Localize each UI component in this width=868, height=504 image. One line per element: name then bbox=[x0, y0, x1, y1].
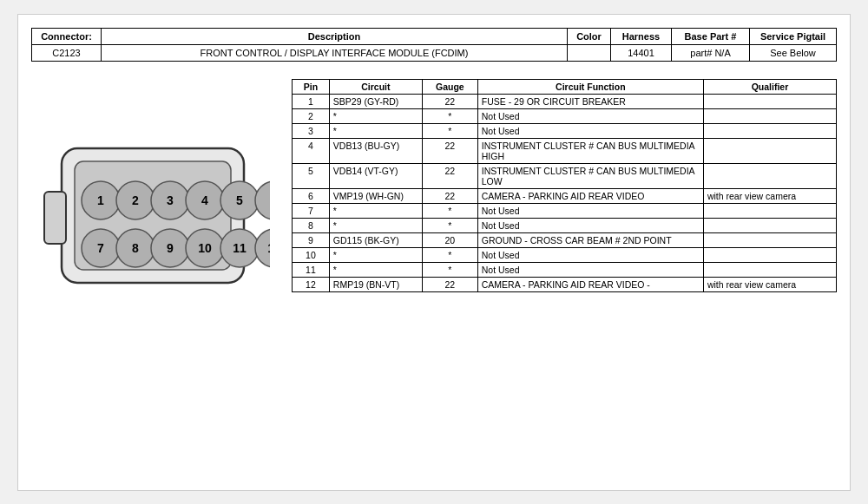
pin-number: 7 bbox=[293, 203, 330, 218]
pin-col-header: Pin bbox=[293, 79, 330, 94]
circuit-value: VDB13 (BU-GY) bbox=[329, 138, 422, 163]
gauge-col-header: Gauge bbox=[422, 79, 477, 94]
pin-number: 2 bbox=[293, 108, 330, 123]
table-row: 3**Not Used bbox=[293, 123, 837, 138]
col-header-harness: Harness bbox=[611, 28, 672, 44]
col-header-color: Color bbox=[568, 28, 611, 44]
header-row: C2123 FRONT CONTROL / DISPLAY INTERFACE … bbox=[32, 44, 837, 61]
header-connector-value: C2123 bbox=[32, 44, 102, 61]
function-value: FUSE - 29 OR CIRCUIT BREAKER bbox=[477, 94, 703, 108]
gauge-value: 22 bbox=[422, 138, 477, 163]
pin-number: 11 bbox=[293, 262, 330, 277]
svg-text:12: 12 bbox=[267, 241, 270, 255]
svg-text:2: 2 bbox=[132, 193, 139, 207]
circuit-value: * bbox=[329, 218, 422, 232]
function-value: INSTRUMENT CLUSTER # CAN BUS MULTIMEDIA … bbox=[477, 163, 703, 188]
table-row: 7**Not Used bbox=[293, 203, 837, 218]
col-header-connector: Connector: bbox=[32, 28, 102, 44]
circuit-value: * bbox=[329, 123, 422, 138]
svg-text:3: 3 bbox=[167, 193, 174, 207]
table-row: 5VDB14 (VT-GY)22INSTRUMENT CLUSTER # CAN… bbox=[293, 163, 837, 188]
qualifier-value bbox=[703, 94, 836, 108]
gauge-value: 22 bbox=[422, 188, 477, 203]
qualifier-value bbox=[703, 247, 836, 262]
gauge-value: 22 bbox=[422, 277, 477, 291]
pin-number: 5 bbox=[293, 163, 330, 188]
header-table: Connector: Description Color Harness Bas… bbox=[31, 28, 837, 62]
gauge-value: 22 bbox=[422, 163, 477, 188]
col-header-description: Description bbox=[102, 28, 568, 44]
function-value: GROUND - CROSS CAR BEAM # 2ND POINT bbox=[477, 232, 703, 247]
pin-number: 6 bbox=[293, 188, 330, 203]
pin-table-wrapper: Pin Circuit Gauge Circuit Function Quali… bbox=[292, 79, 837, 292]
table-row: 6VMP19 (WH-GN)22CAMERA - PARKING AID REA… bbox=[293, 188, 837, 203]
gauge-value: * bbox=[422, 123, 477, 138]
pin-number: 9 bbox=[293, 232, 330, 247]
connector-svg: 1 2 3 4 5 6 7 8 bbox=[36, 131, 270, 304]
circuit-value: VDB14 (VT-GY) bbox=[329, 163, 422, 188]
qualifier-value bbox=[703, 138, 836, 163]
header-harness-value: 14401 bbox=[611, 44, 672, 61]
gauge-value: * bbox=[422, 247, 477, 262]
header-color-value bbox=[568, 44, 611, 61]
col-header-servicepigtail: Service Pigtail bbox=[750, 28, 837, 44]
qualifier-value: with rear view camera bbox=[703, 188, 836, 203]
qualifier-value bbox=[703, 262, 836, 277]
pin-number: 12 bbox=[293, 277, 330, 291]
col-header-basepart: Base Part # bbox=[672, 28, 750, 44]
qualifier-value: with rear view camera bbox=[703, 277, 836, 291]
gauge-value: * bbox=[422, 203, 477, 218]
pin-number: 8 bbox=[293, 218, 330, 232]
table-row: 11**Not Used bbox=[293, 262, 837, 277]
function-value: Not Used bbox=[477, 218, 703, 232]
circuit-value: RMP19 (BN-VT) bbox=[329, 277, 422, 291]
function-col-header: Circuit Function bbox=[477, 79, 703, 94]
table-row: 1SBP29 (GY-RD)22FUSE - 29 OR CIRCUIT BRE… bbox=[293, 94, 837, 108]
svg-text:11: 11 bbox=[233, 241, 247, 255]
circuit-value: * bbox=[329, 247, 422, 262]
circuit-value: * bbox=[329, 108, 422, 123]
header-description-value: FRONT CONTROL / DISPLAY INTERFACE MODULE… bbox=[102, 44, 568, 61]
main-content: 1 2 3 4 5 6 7 8 bbox=[31, 79, 837, 304]
function-value: Not Used bbox=[477, 123, 703, 138]
function-value: Not Used bbox=[477, 262, 703, 277]
qualifier-value bbox=[703, 218, 836, 232]
table-row: 8**Not Used bbox=[293, 218, 837, 232]
pin-number: 4 bbox=[293, 138, 330, 163]
svg-point-13 bbox=[255, 181, 270, 219]
pin-table: Pin Circuit Gauge Circuit Function Quali… bbox=[292, 79, 837, 292]
circuit-col-header: Circuit bbox=[329, 79, 422, 94]
table-row: 4VDB13 (BU-GY)22INSTRUMENT CLUSTER # CAN… bbox=[293, 138, 837, 163]
svg-text:10: 10 bbox=[198, 241, 212, 255]
table-row: 2**Not Used bbox=[293, 108, 837, 123]
qualifier-col-header: Qualifier bbox=[703, 79, 836, 94]
svg-text:9: 9 bbox=[167, 241, 174, 255]
svg-text:4: 4 bbox=[201, 193, 208, 207]
table-row: 10**Not Used bbox=[293, 247, 837, 262]
table-row: 9GD115 (BK-GY)20GROUND - CROSS CAR BEAM … bbox=[293, 232, 837, 247]
pin-number: 3 bbox=[293, 123, 330, 138]
pin-number: 1 bbox=[293, 94, 330, 108]
circuit-value: * bbox=[329, 203, 422, 218]
circuit-value: SBP29 (GY-RD) bbox=[329, 94, 422, 108]
gauge-value: * bbox=[422, 262, 477, 277]
header-servicepigtail-value: See Below bbox=[750, 44, 837, 61]
circuit-value: VMP19 (WH-GN) bbox=[329, 188, 422, 203]
header-basepart-value: part# N/A bbox=[672, 44, 750, 61]
page: Connector: Description Color Harness Bas… bbox=[17, 14, 851, 491]
function-value: Not Used bbox=[477, 203, 703, 218]
function-value: INSTRUMENT CLUSTER # CAN BUS MULTIMEDIA … bbox=[477, 138, 703, 163]
qualifier-value bbox=[703, 203, 836, 218]
connector-diagram: 1 2 3 4 5 6 7 8 bbox=[31, 131, 274, 304]
qualifier-value bbox=[703, 108, 836, 123]
gauge-value: 22 bbox=[422, 94, 477, 108]
qualifier-value bbox=[703, 232, 836, 247]
svg-text:8: 8 bbox=[132, 241, 139, 255]
qualifier-value bbox=[703, 123, 836, 138]
circuit-value: GD115 (BK-GY) bbox=[329, 232, 422, 247]
function-value: CAMERA - PARKING AID REAR VIDEO bbox=[477, 188, 703, 203]
function-value: CAMERA - PARKING AID REAR VIDEO - bbox=[477, 277, 703, 291]
function-value: Not Used bbox=[477, 108, 703, 123]
svg-text:1: 1 bbox=[97, 193, 104, 207]
function-value: Not Used bbox=[477, 247, 703, 262]
